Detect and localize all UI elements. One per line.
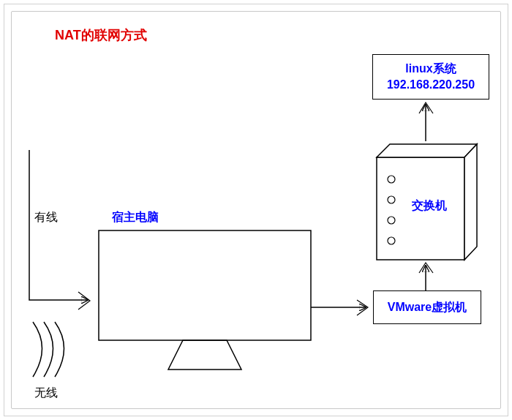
switch-label: 交换机 <box>412 198 447 214</box>
diagram-title: NAT的联网方式 <box>55 27 147 44</box>
vmware-label: VMware虚拟机 <box>388 300 467 315</box>
linux-box: linux系统 192.168.220.250 <box>372 54 489 100</box>
host-pc-icon <box>99 230 311 370</box>
vmware-box: VMware虚拟机 <box>373 290 481 324</box>
svg-rect-0 <box>99 230 311 340</box>
wired-label: 有线 <box>34 210 58 225</box>
wireless-icon <box>33 322 64 377</box>
linux-name-label: linux系统 <box>405 61 456 77</box>
linux-ip-label: 192.168.220.250 <box>387 77 475 93</box>
wireless-label: 无线 <box>34 386 58 401</box>
host-pc-label: 宿主电脑 <box>112 210 159 225</box>
